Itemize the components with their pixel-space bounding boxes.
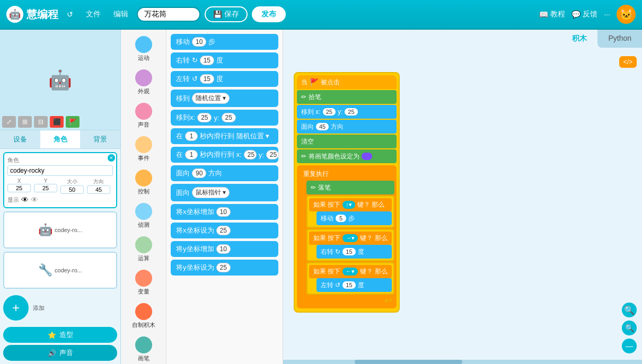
glide-x[interactable]: 25 (244, 150, 257, 159)
goto-x[interactable]: 25 (197, 113, 212, 122)
script-stack[interactable]: 当 🚩 被点击 ✏ 拾笔 移到 x: 25 y: 25 面向 45 方向 清空 (294, 72, 400, 313)
tab-device[interactable]: 设备 (0, 130, 40, 148)
add-y-val[interactable]: 10 (216, 244, 231, 254)
horizontal-scrollbar[interactable] (283, 360, 642, 364)
project-name-input[interactable] (137, 7, 200, 22)
scrollbar-thumb[interactable] (355, 360, 462, 364)
refresh-btn[interactable]: ↺ (63, 8, 77, 21)
edit-menu[interactable]: 编辑 (109, 7, 133, 21)
face-target[interactable]: 鼠标指针 ▾ (192, 187, 230, 198)
script-turn-left-15[interactable]: 左转 ↺ 15 度 (316, 278, 392, 292)
block-glide-random[interactable]: 在 1 秒内滑行到 随机位置 ▾ (171, 128, 278, 144)
expand-stage-btn[interactable]: ⤢ (2, 116, 16, 128)
cat-custom[interactable]: 自制积木 (130, 301, 157, 331)
sprite-card-3[interactable]: 🔧 codey-ro... (3, 252, 117, 289)
tab-blocks[interactable]: 积木 (561, 30, 597, 48)
cat-pen[interactable]: 画笔 (133, 334, 154, 364)
cat-sound-label: 声音 (138, 121, 149, 129)
sprite-dir-input[interactable] (87, 185, 110, 194)
script-pickup-pen[interactable]: ✏ 拾笔 (297, 90, 397, 104)
sprite-card-1[interactable]: ✕ 角色 X Y 大小 (3, 152, 117, 208)
glide-y[interactable]: 25 (266, 150, 279, 159)
set-x-val[interactable]: 25 (216, 226, 231, 235)
cat-sense[interactable]: 侦测 (133, 201, 154, 231)
script-move-5[interactable]: 移动 5 步 (316, 211, 392, 225)
block-add-x[interactable]: 将x坐标增加 10 (171, 204, 278, 220)
move-val[interactable]: 10 (192, 37, 206, 47)
glide-sec[interactable]: 1 (185, 131, 198, 141)
play-btn[interactable]: 🚩 (66, 116, 80, 128)
sprite-x-input[interactable] (7, 184, 31, 192)
file-menu[interactable]: 文件 (82, 7, 105, 21)
cat-control[interactable]: 控制 (133, 167, 154, 198)
pen-icon: ✏ (301, 93, 306, 101)
add-sprite-button[interactable]: + (3, 295, 29, 321)
block-turn-right[interactable]: 右转 ↻ 15 度 (171, 52, 278, 68)
script-repeat-body: ✏ 落笔 如果 按下 ↑▾ 键？ 那么 移动 5 步 (306, 181, 394, 295)
script-repeat-block[interactable]: 重复执行 ✏ 落笔 如果 按下 ↑▾ 键？ 那么 (297, 165, 397, 308)
script-clear[interactable]: 清空 (297, 135, 397, 148)
zoom-in-btn[interactable]: 🔍 (622, 303, 637, 317)
script-set-pen-color[interactable]: ✏ 将画笔颜色设定为 (297, 149, 397, 163)
goto-y[interactable]: 25 (222, 113, 236, 122)
cat-look[interactable]: 外观 (133, 67, 154, 97)
script-move-to[interactable]: 移到 x: 25 y: 25 (297, 105, 397, 119)
cat-sound[interactable]: 声音 (133, 101, 154, 131)
sprite-y-input[interactable] (34, 184, 57, 192)
save-button[interactable]: 💾 保存 (205, 6, 248, 22)
pen3-icon: ✏ (311, 184, 316, 191)
turn-right-val[interactable]: 15 (200, 56, 214, 65)
block-turn-left[interactable]: 左转 ↺ 15 度 (171, 71, 278, 87)
tab-python[interactable]: Python (597, 30, 642, 48)
block-face-dir[interactable]: 面向 90 方向 (171, 165, 278, 181)
stop-btn[interactable]: ⬛ (50, 116, 64, 128)
eye-visible-btn[interactable]: 👁 (21, 196, 29, 204)
block-set-y[interactable]: 将y坐标设为 25 (171, 260, 278, 276)
sprite-size-input[interactable] (60, 185, 84, 194)
block-glide-xy[interactable]: 在 1 秒内滑行到 x: 25 y: 25 (171, 147, 278, 163)
zoom-reset-btn[interactable]: — (622, 339, 637, 353)
block-set-x[interactable]: 将x坐标设为 25 (171, 223, 278, 238)
feedback-btn[interactable]: 💬 反馈 (571, 10, 597, 19)
tab-sprite[interactable]: 角色 (40, 130, 81, 148)
color-oval[interactable] (362, 153, 372, 160)
block-goto-xy[interactable]: 移到x: 25 y: 25 (171, 110, 278, 126)
script-if-right[interactable]: 如果 按下 →▾ 键？ 那么 右转 ↻ 15 度 (306, 229, 394, 261)
block-goto-random[interactable]: 移到 随机位置 ▾ (171, 90, 278, 107)
sprite-list: ✕ 角色 X Y 大小 (0, 149, 120, 292)
more-btn[interactable]: ··· (604, 10, 610, 19)
script-face[interactable]: 面向 45 方向 (297, 120, 397, 134)
script-event-block[interactable]: 当 🚩 被点击 (297, 75, 397, 89)
block-move[interactable]: 移动 10 步 (171, 34, 278, 50)
sprite-card-2[interactable]: 🤖 codey-ro... (3, 211, 117, 248)
script-if-up[interactable]: 如果 按下 ↑▾ 键？ 那么 移动 5 步 (306, 196, 394, 228)
cat-operate[interactable]: 运算 (133, 234, 154, 264)
publish-button[interactable]: 发布 (252, 6, 286, 22)
costume-button[interactable]: ⭐ 造型 (3, 327, 117, 343)
small-stage-btn[interactable]: ⊞ (18, 116, 32, 128)
cat-event[interactable]: 事件 (133, 134, 154, 164)
glide-sec2[interactable]: 1 (185, 150, 198, 159)
code-toggle-btn[interactable]: </> (619, 56, 637, 68)
sprite-name-input[interactable] (7, 165, 113, 176)
add-x-val[interactable]: 10 (216, 207, 231, 217)
turn-left-val[interactable]: 15 (200, 74, 214, 84)
script-if-left[interactable]: 如果 按下 ←▾ 键？ 那么 左转 ↺ 15 度 (306, 262, 394, 295)
eye-hidden-btn[interactable]: 👁 (31, 196, 38, 204)
set-y-val[interactable]: 25 (216, 263, 231, 272)
cat-motion[interactable]: 运动 (133, 34, 154, 64)
large-stage-btn[interactable]: ⊟ (34, 116, 48, 128)
cat-var[interactable]: 变量 (133, 268, 154, 298)
user-avatar[interactable]: 🐱 (617, 5, 636, 24)
face-deg[interactable]: 90 (192, 168, 206, 178)
sound-button[interactable]: 🔊 声音 (3, 345, 117, 361)
goto-dest[interactable]: 随机位置 ▾ (192, 93, 230, 104)
sprite-close-1[interactable]: ✕ (108, 154, 115, 162)
tab-background[interactable]: 背景 (80, 130, 120, 148)
block-add-y[interactable]: 将y坐标增加 10 (171, 241, 278, 257)
script-turn-right-15[interactable]: 右转 ↻ 15 度 (316, 245, 392, 259)
tutorial-btn[interactable]: 📖 教程 (539, 10, 565, 19)
script-drop-pen[interactable]: ✏ 落笔 (306, 181, 394, 194)
zoom-out-btn[interactable]: 🔍 (622, 321, 637, 335)
block-face-mouse[interactable]: 面向 鼠标指针 ▾ (171, 184, 278, 201)
